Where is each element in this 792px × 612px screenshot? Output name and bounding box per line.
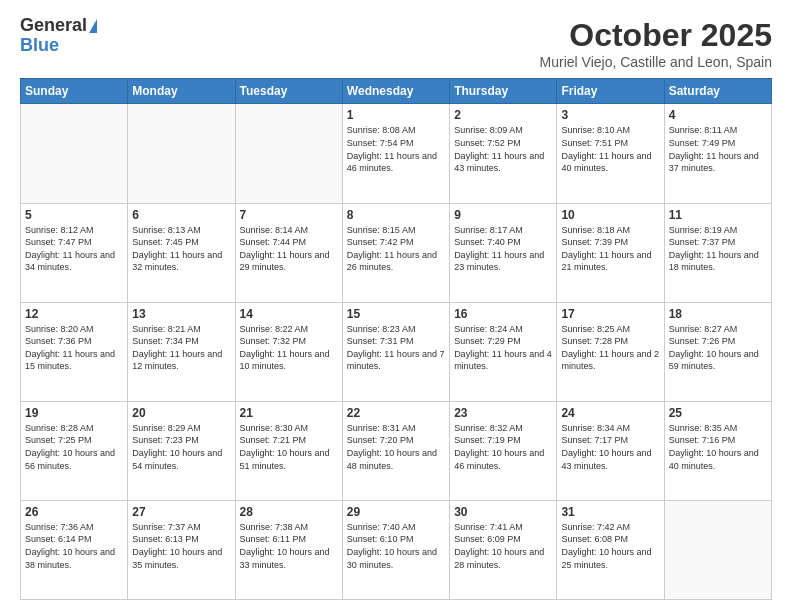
day-info: Sunrise: 7:40 AM Sunset: 6:10 PM Dayligh… (347, 521, 445, 571)
calendar-day-cell: 15Sunrise: 8:23 AM Sunset: 7:31 PM Dayli… (342, 302, 449, 401)
weekday-header: Sunday (21, 79, 128, 104)
title-block: October 2025 Muriel Viejo, Castille and … (540, 16, 772, 70)
calendar-day-cell: 12Sunrise: 8:20 AM Sunset: 7:36 PM Dayli… (21, 302, 128, 401)
calendar-day-cell: 5Sunrise: 8:12 AM Sunset: 7:47 PM Daylig… (21, 203, 128, 302)
logo: General Blue (20, 16, 97, 56)
calendar-day-cell: 9Sunrise: 8:17 AM Sunset: 7:40 PM Daylig… (450, 203, 557, 302)
calendar-day-cell: 6Sunrise: 8:13 AM Sunset: 7:45 PM Daylig… (128, 203, 235, 302)
day-number: 11 (669, 208, 767, 222)
day-number: 30 (454, 505, 552, 519)
weekday-header: Friday (557, 79, 664, 104)
month-title: October 2025 (540, 16, 772, 54)
calendar-week-row: 26Sunrise: 7:36 AM Sunset: 6:14 PM Dayli… (21, 500, 772, 599)
weekday-header: Thursday (450, 79, 557, 104)
calendar-day-cell: 17Sunrise: 8:25 AM Sunset: 7:28 PM Dayli… (557, 302, 664, 401)
day-info: Sunrise: 8:08 AM Sunset: 7:54 PM Dayligh… (347, 124, 445, 174)
day-number: 24 (561, 406, 659, 420)
day-info: Sunrise: 8:17 AM Sunset: 7:40 PM Dayligh… (454, 224, 552, 274)
day-number: 13 (132, 307, 230, 321)
calendar-day-cell: 10Sunrise: 8:18 AM Sunset: 7:39 PM Dayli… (557, 203, 664, 302)
day-info: Sunrise: 8:10 AM Sunset: 7:51 PM Dayligh… (561, 124, 659, 174)
day-info: Sunrise: 8:32 AM Sunset: 7:19 PM Dayligh… (454, 422, 552, 472)
calendar-day-cell: 4Sunrise: 8:11 AM Sunset: 7:49 PM Daylig… (664, 104, 771, 203)
day-number: 19 (25, 406, 123, 420)
day-number: 18 (669, 307, 767, 321)
day-info: Sunrise: 8:35 AM Sunset: 7:16 PM Dayligh… (669, 422, 767, 472)
day-number: 4 (669, 108, 767, 122)
calendar-day-cell: 19Sunrise: 8:28 AM Sunset: 7:25 PM Dayli… (21, 401, 128, 500)
calendar-day-cell (128, 104, 235, 203)
calendar-day-cell: 21Sunrise: 8:30 AM Sunset: 7:21 PM Dayli… (235, 401, 342, 500)
day-number: 6 (132, 208, 230, 222)
day-info: Sunrise: 8:30 AM Sunset: 7:21 PM Dayligh… (240, 422, 338, 472)
calendar-day-cell: 26Sunrise: 7:36 AM Sunset: 6:14 PM Dayli… (21, 500, 128, 599)
calendar-day-cell: 11Sunrise: 8:19 AM Sunset: 7:37 PM Dayli… (664, 203, 771, 302)
calendar-day-cell: 24Sunrise: 8:34 AM Sunset: 7:17 PM Dayli… (557, 401, 664, 500)
day-number: 27 (132, 505, 230, 519)
calendar-week-row: 5Sunrise: 8:12 AM Sunset: 7:47 PM Daylig… (21, 203, 772, 302)
calendar-day-cell: 8Sunrise: 8:15 AM Sunset: 7:42 PM Daylig… (342, 203, 449, 302)
calendar-day-cell: 28Sunrise: 7:38 AM Sunset: 6:11 PM Dayli… (235, 500, 342, 599)
day-number: 16 (454, 307, 552, 321)
day-number: 21 (240, 406, 338, 420)
logo-blue-text: Blue (20, 36, 59, 56)
calendar-day-cell: 31Sunrise: 7:42 AM Sunset: 6:08 PM Dayli… (557, 500, 664, 599)
day-info: Sunrise: 8:14 AM Sunset: 7:44 PM Dayligh… (240, 224, 338, 274)
day-info: Sunrise: 8:29 AM Sunset: 7:23 PM Dayligh… (132, 422, 230, 472)
day-info: Sunrise: 8:13 AM Sunset: 7:45 PM Dayligh… (132, 224, 230, 274)
day-info: Sunrise: 8:27 AM Sunset: 7:26 PM Dayligh… (669, 323, 767, 373)
calendar-day-cell: 29Sunrise: 7:40 AM Sunset: 6:10 PM Dayli… (342, 500, 449, 599)
header: General Blue October 2025 Muriel Viejo, … (20, 16, 772, 70)
day-number: 26 (25, 505, 123, 519)
calendar-day-cell (21, 104, 128, 203)
weekday-header: Saturday (664, 79, 771, 104)
day-number: 25 (669, 406, 767, 420)
calendar-week-row: 19Sunrise: 8:28 AM Sunset: 7:25 PM Dayli… (21, 401, 772, 500)
day-info: Sunrise: 8:19 AM Sunset: 7:37 PM Dayligh… (669, 224, 767, 274)
calendar-day-cell: 7Sunrise: 8:14 AM Sunset: 7:44 PM Daylig… (235, 203, 342, 302)
calendar-page: General Blue October 2025 Muriel Viejo, … (0, 0, 792, 612)
day-info: Sunrise: 7:37 AM Sunset: 6:13 PM Dayligh… (132, 521, 230, 571)
day-info: Sunrise: 7:38 AM Sunset: 6:11 PM Dayligh… (240, 521, 338, 571)
day-number: 14 (240, 307, 338, 321)
day-info: Sunrise: 8:22 AM Sunset: 7:32 PM Dayligh… (240, 323, 338, 373)
day-info: Sunrise: 8:18 AM Sunset: 7:39 PM Dayligh… (561, 224, 659, 274)
location: Muriel Viejo, Castille and Leon, Spain (540, 54, 772, 70)
calendar-day-cell (235, 104, 342, 203)
day-info: Sunrise: 7:42 AM Sunset: 6:08 PM Dayligh… (561, 521, 659, 571)
day-info: Sunrise: 8:24 AM Sunset: 7:29 PM Dayligh… (454, 323, 552, 373)
calendar-day-cell: 22Sunrise: 8:31 AM Sunset: 7:20 PM Dayli… (342, 401, 449, 500)
day-info: Sunrise: 8:34 AM Sunset: 7:17 PM Dayligh… (561, 422, 659, 472)
weekday-header: Tuesday (235, 79, 342, 104)
calendar-day-cell: 20Sunrise: 8:29 AM Sunset: 7:23 PM Dayli… (128, 401, 235, 500)
day-number: 9 (454, 208, 552, 222)
day-info: Sunrise: 8:15 AM Sunset: 7:42 PM Dayligh… (347, 224, 445, 274)
logo-general-text: General (20, 16, 87, 36)
calendar-day-cell: 18Sunrise: 8:27 AM Sunset: 7:26 PM Dayli… (664, 302, 771, 401)
day-info: Sunrise: 8:12 AM Sunset: 7:47 PM Dayligh… (25, 224, 123, 274)
day-number: 2 (454, 108, 552, 122)
logo-triangle-icon (89, 19, 97, 33)
day-number: 29 (347, 505, 445, 519)
day-info: Sunrise: 8:20 AM Sunset: 7:36 PM Dayligh… (25, 323, 123, 373)
day-info: Sunrise: 8:23 AM Sunset: 7:31 PM Dayligh… (347, 323, 445, 373)
calendar-day-cell: 13Sunrise: 8:21 AM Sunset: 7:34 PM Dayli… (128, 302, 235, 401)
calendar-week-row: 1Sunrise: 8:08 AM Sunset: 7:54 PM Daylig… (21, 104, 772, 203)
calendar-table: SundayMondayTuesdayWednesdayThursdayFrid… (20, 78, 772, 600)
day-number: 15 (347, 307, 445, 321)
day-info: Sunrise: 7:36 AM Sunset: 6:14 PM Dayligh… (25, 521, 123, 571)
day-info: Sunrise: 7:41 AM Sunset: 6:09 PM Dayligh… (454, 521, 552, 571)
weekday-header: Monday (128, 79, 235, 104)
calendar-day-cell: 16Sunrise: 8:24 AM Sunset: 7:29 PM Dayli… (450, 302, 557, 401)
day-number: 7 (240, 208, 338, 222)
day-number: 23 (454, 406, 552, 420)
weekday-header: Wednesday (342, 79, 449, 104)
calendar-week-row: 12Sunrise: 8:20 AM Sunset: 7:36 PM Dayli… (21, 302, 772, 401)
day-number: 12 (25, 307, 123, 321)
day-number: 10 (561, 208, 659, 222)
calendar-day-cell: 3Sunrise: 8:10 AM Sunset: 7:51 PM Daylig… (557, 104, 664, 203)
calendar-day-cell: 14Sunrise: 8:22 AM Sunset: 7:32 PM Dayli… (235, 302, 342, 401)
day-number: 20 (132, 406, 230, 420)
calendar-day-cell: 27Sunrise: 7:37 AM Sunset: 6:13 PM Dayli… (128, 500, 235, 599)
day-info: Sunrise: 8:25 AM Sunset: 7:28 PM Dayligh… (561, 323, 659, 373)
